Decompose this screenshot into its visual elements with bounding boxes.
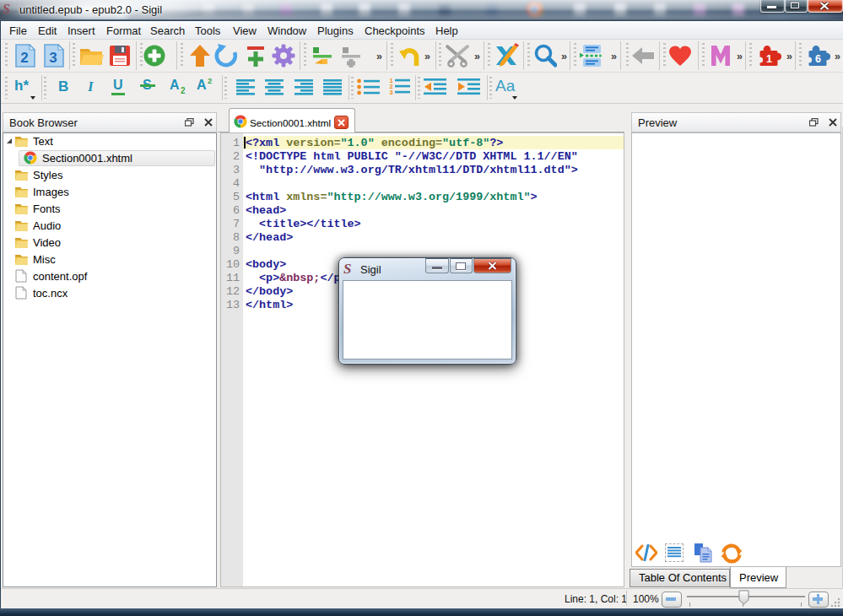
svg-text:6: 6 — [815, 53, 821, 65]
svg-text:1: 1 — [766, 53, 772, 65]
svg-text:3: 3 — [49, 50, 57, 66]
svg-text:2: 2 — [20, 50, 28, 66]
svg-text:3: 3 — [390, 89, 393, 96]
